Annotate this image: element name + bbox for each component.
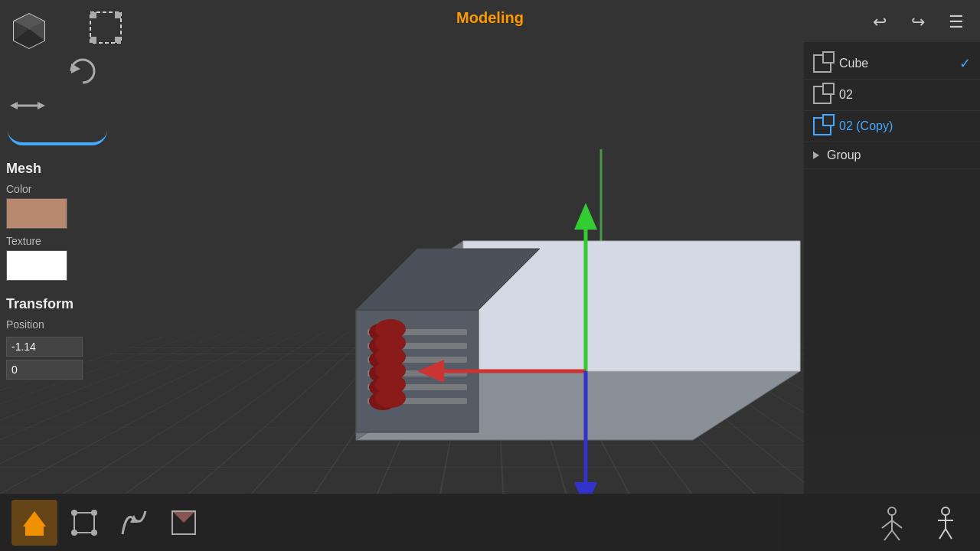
svg-rect-47 bbox=[25, 527, 44, 536]
svg-point-57 bbox=[888, 507, 896, 515]
position-label: Position bbox=[6, 318, 105, 331]
character-button[interactable] bbox=[923, 500, 969, 546]
texture-label: Texture bbox=[6, 235, 105, 247]
svg-rect-48 bbox=[74, 513, 94, 533]
character-icon bbox=[926, 504, 965, 542]
svg-rect-41 bbox=[115, 37, 121, 43]
svg-line-60 bbox=[892, 520, 902, 528]
undo-button[interactable]: ↩ bbox=[864, 6, 896, 38]
scene-item-02[interactable]: 02 bbox=[804, 80, 980, 111]
mesh-section-title: Mesh bbox=[6, 161, 105, 177]
right-panel: Cube ✓ 02 02 (Copy) Group bbox=[804, 42, 980, 551]
svg-rect-39 bbox=[115, 12, 121, 18]
scene-item-cube[interactable]: Cube ✓ bbox=[804, 48, 980, 80]
svg-line-66 bbox=[939, 529, 946, 539]
sculpt-mode-icon bbox=[115, 504, 153, 542]
texture-swatch[interactable] bbox=[6, 250, 67, 281]
svg-marker-46 bbox=[23, 511, 46, 527]
object-mode-button[interactable] bbox=[11, 500, 57, 546]
color-swatch[interactable] bbox=[6, 198, 67, 229]
rotate-button[interactable] bbox=[61, 50, 103, 92]
texture-mode-button[interactable] bbox=[161, 500, 207, 546]
cube-view-icon[interactable] bbox=[6, 6, 52, 52]
scene-item-cube-label: Cube bbox=[839, 57, 952, 70]
mode-title: Modeling bbox=[456, 9, 524, 27]
blue-arc-indicator bbox=[8, 130, 107, 145]
cube-icon-svg bbox=[6, 6, 52, 52]
02-item-icon bbox=[813, 86, 831, 104]
armature-icon bbox=[873, 504, 911, 542]
scene-item-group[interactable]: Group bbox=[804, 142, 980, 169]
svg-marker-55 bbox=[172, 511, 195, 523]
svg-point-52 bbox=[91, 530, 97, 536]
menu-button[interactable]: ☰ bbox=[940, 6, 972, 38]
texture-mode-icon bbox=[165, 504, 203, 542]
svg-line-62 bbox=[892, 530, 900, 540]
transform-section-title: Transform bbox=[6, 296, 105, 312]
header: Modeling bbox=[0, 0, 980, 42]
svg-marker-45 bbox=[38, 102, 45, 109]
object-mode-icon bbox=[15, 504, 54, 542]
cube-checkmark: ✓ bbox=[959, 55, 971, 72]
svg-point-51 bbox=[71, 530, 77, 536]
scene-item-02-copy[interactable]: 02 (Copy) bbox=[804, 111, 980, 142]
position-x-field[interactable] bbox=[6, 337, 83, 357]
svg-marker-42 bbox=[71, 64, 80, 73]
armature-button[interactable] bbox=[869, 500, 915, 546]
bottom-toolbar bbox=[0, 494, 980, 551]
scene-item-02-copy-label: 02 (Copy) bbox=[839, 119, 971, 133]
scene-item-02-label: 02 bbox=[839, 88, 971, 102]
top-left-controls bbox=[0, 0, 145, 153]
rotate-icon-svg bbox=[64, 52, 102, 90]
svg-line-59 bbox=[882, 520, 892, 528]
position-y-field[interactable] bbox=[6, 360, 83, 380]
cube-item-icon bbox=[813, 54, 831, 73]
transform-section: Transform Position bbox=[6, 296, 105, 380]
edit-mode-button[interactable] bbox=[61, 500, 107, 546]
mode-tools bbox=[11, 500, 207, 546]
top-right-controls: ↩ ↪ ☰ bbox=[864, 6, 972, 38]
02-copy-item-icon bbox=[813, 117, 831, 135]
color-label: Color bbox=[6, 183, 105, 195]
move-arrows-button[interactable] bbox=[6, 84, 48, 126]
sculpt-mode-button[interactable] bbox=[111, 500, 157, 546]
edit-mode-icon bbox=[65, 504, 103, 542]
svg-rect-40 bbox=[90, 37, 96, 43]
group-arrow-icon bbox=[813, 152, 819, 159]
svg-rect-38 bbox=[90, 12, 96, 18]
svg-point-50 bbox=[91, 510, 97, 516]
svg-line-67 bbox=[946, 529, 952, 539]
left-panel: Mesh Color Texture Transform Position bbox=[0, 161, 111, 380]
redo-button[interactable]: ↪ bbox=[902, 6, 934, 38]
svg-point-63 bbox=[942, 507, 949, 515]
svg-point-49 bbox=[71, 510, 77, 516]
svg-line-61 bbox=[884, 530, 892, 540]
select-icon-svg bbox=[87, 8, 125, 47]
svg-marker-44 bbox=[10, 102, 18, 109]
right-tools bbox=[869, 500, 969, 546]
arrow-icon-svg bbox=[8, 86, 47, 125]
selection-box-button[interactable] bbox=[84, 6, 126, 48]
scene-item-group-label: Group bbox=[827, 148, 971, 162]
